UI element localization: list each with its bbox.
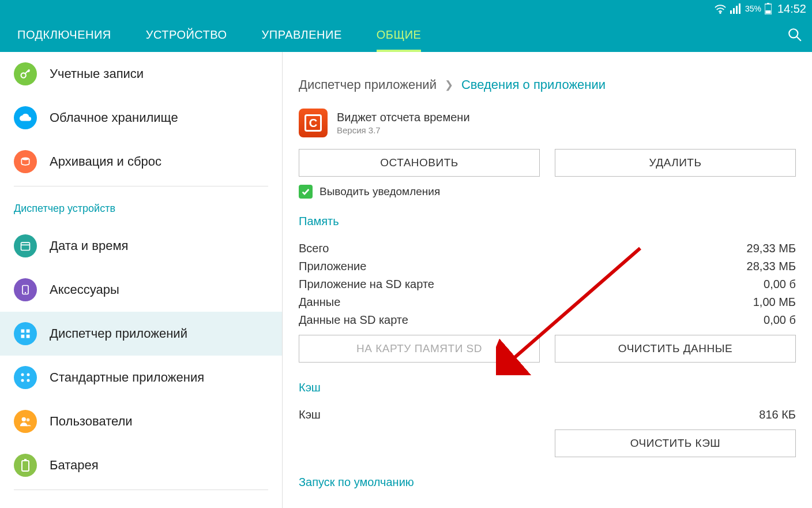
svg-point-25 [27,419,30,422]
tab-connections[interactable]: ПОДКЛЮЧЕНИЯ [0,17,129,52]
chevron-right-icon: ❯ [445,79,453,91]
sidebar-item-label: Стандартные приложения [50,370,204,385]
mem-app-value: 28,33 МБ [747,260,796,273]
app-version: Версия 3.7 [337,125,470,135]
svg-point-11 [21,158,29,160]
delete-button[interactable]: УДАЛИТЬ [555,149,796,177]
sidebar-item-users[interactable]: Пользователи [0,399,282,443]
svg-point-8 [789,29,798,38]
sidebar-item-label: Дата и время [50,238,128,253]
divider [14,490,268,490]
sidebar-item-label: Пользователи [50,414,133,429]
move-to-sd-button[interactable]: НА КАРТУ ПАМЯТИ SD [299,335,540,363]
signal-icon [730,3,742,14]
svg-rect-12 [21,242,30,250]
svg-rect-2 [733,8,735,14]
svg-point-23 [27,379,30,382]
calendar-icon [14,234,37,257]
svg-point-15 [25,292,27,294]
tab-general[interactable]: ОБЩИЕ [359,17,439,52]
backup-icon [14,150,37,173]
cache-value: 816 КБ [759,408,796,421]
checkbox-checked-icon [299,185,313,199]
svg-rect-27 [24,459,27,461]
cloud-icon [14,106,37,129]
tab-device[interactable]: УСТРОЙСТВО [129,17,245,52]
svg-point-22 [21,379,24,382]
battery-percent: 35% [745,4,761,13]
breadcrumb-prev[interactable]: Диспетчер приложений [299,77,437,92]
sidebar-item-backup[interactable]: Архивация и сброс [0,140,282,184]
section-launch-default: Запуск по умолчанию [299,465,796,500]
svg-rect-17 [27,330,30,333]
sidebar-item-datetime[interactable]: Дата и время [0,224,282,268]
sidebar-item-label: Учетные записи [50,66,144,81]
sidebar-item-label: Архивация и сброс [50,154,161,169]
status-bar: 35% 14:52 [0,0,812,17]
battery-icon [765,3,772,14]
battery-icon [14,454,37,477]
cache-label: Кэш [299,408,321,421]
svg-rect-16 [21,330,25,333]
checkbox-label: Выводить уведомления [319,185,440,198]
svg-line-9 [796,36,801,41]
sidebar-item-label: Аксессуары [50,282,119,297]
tab-management[interactable]: УПРАВЛЕНИЕ [245,17,359,52]
svg-point-0 [720,12,721,13]
sidebar-item-cloud[interactable]: Облачное хранилище [0,96,282,140]
mem-total-label: Всего [299,242,329,255]
app-icon: C [299,109,328,137]
mem-appsd-label: Приложение на SD карте [299,278,434,291]
svg-point-21 [27,373,30,376]
mem-data-label: Данные [299,296,340,309]
svg-rect-1 [730,10,732,14]
sidebar-item-label: Диспетчер приложений [50,326,187,341]
sidebar: Учетные записи Облачное хранилище Архива… [0,52,283,508]
notifications-checkbox-row[interactable]: Выводить уведомления [299,185,796,199]
clear-data-button[interactable]: ОЧИСТИТЬ ДАННЫЕ [555,335,796,363]
grid-icon [14,322,37,345]
mem-datasd-label: Данные на SD карте [299,313,408,327]
sidebar-item-label: Облачное хранилище [50,110,178,125]
clear-cache-button[interactable]: ОЧИСТИТЬ КЭШ [555,429,796,457]
key-icon [14,62,37,85]
stop-button[interactable]: ОСТАНОВИТЬ [299,149,540,177]
svg-point-20 [21,373,24,376]
tab-bar: ПОДКЛЮЧЕНИЯ УСТРОЙСТВО УПРАВЛЕНИЕ ОБЩИЕ [0,17,812,52]
mem-datasd-value: 0,00 б [764,313,796,327]
sidebar-item-accessories[interactable]: Аксессуары [0,268,282,312]
apps-icon [14,366,37,389]
mem-appsd-value: 0,00 б [764,278,796,291]
breadcrumb: Диспетчер приложений ❯ Сведения о прилож… [299,52,796,106]
svg-rect-3 [736,6,738,14]
app-header: C Виджет отсчета времени Версия 3.7 [299,106,796,149]
svg-rect-19 [27,335,30,338]
mem-data-value: 1,00 МБ [753,296,796,309]
section-cache: Кэш [299,371,796,406]
svg-rect-4 [739,3,740,14]
sidebar-item-defaultapps[interactable]: Стандартные приложения [0,356,282,399]
search-icon[interactable] [777,27,812,42]
wifi-icon [714,3,727,14]
svg-rect-18 [21,335,25,338]
divider [14,186,268,186]
mem-total-value: 29,33 МБ [747,242,796,255]
sidebar-item-label: Батарея [50,458,99,473]
svg-point-24 [22,417,26,421]
clock-time: 14:52 [777,2,806,16]
svg-rect-7 [765,10,770,14]
mem-app-label: Приложение [299,260,366,273]
svg-rect-26 [22,461,29,471]
content-pane: Диспетчер приложений ❯ Сведения о прилож… [283,52,812,508]
sidebar-item-accounts[interactable]: Учетные записи [0,52,282,96]
app-name: Виджет отсчета времени [337,111,470,124]
accessory-icon [14,278,37,301]
sidebar-item-battery[interactable]: Батарея [0,443,282,487]
users-icon [14,410,37,433]
sidebar-section-header: Диспетчер устройств [0,189,282,224]
sidebar-item-appmanager[interactable]: Диспетчер приложений [0,312,282,356]
svg-rect-6 [767,3,769,4]
section-memory: Память [299,211,796,240]
breadcrumb-current: Сведения о приложении [461,77,606,92]
